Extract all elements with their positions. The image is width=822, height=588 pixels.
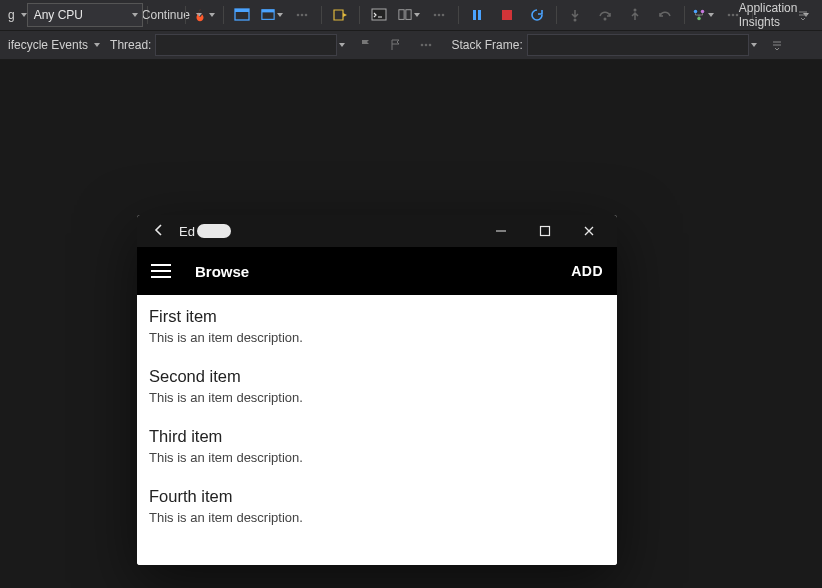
app-window: Ed Browse ADD First itemThis is an item … (137, 215, 617, 565)
svg-rect-3 (262, 10, 274, 13)
list-item-desc: This is an item description. (149, 330, 605, 345)
chevron-down-icon[interactable] (751, 43, 757, 47)
svg-point-5 (301, 14, 304, 17)
chevron-down-icon (209, 13, 215, 17)
svg-point-17 (603, 18, 606, 21)
thread-combo[interactable] (155, 34, 337, 56)
step-into-button[interactable] (561, 4, 589, 26)
flag-thread-button[interactable] (352, 34, 380, 56)
step-back-button[interactable] (651, 4, 679, 26)
add-button[interactable]: ADD (571, 263, 603, 279)
svg-point-22 (728, 14, 731, 17)
list-item[interactable]: Fourth itemThis is an item description. (137, 475, 617, 535)
list-item-title: First item (149, 307, 605, 326)
cmd-window-button[interactable] (365, 4, 393, 26)
overflow-icon (772, 38, 782, 52)
svg-rect-13 (473, 10, 476, 20)
flag-icon (359, 38, 373, 52)
maximize-button[interactable] (523, 215, 567, 247)
terminal-icon (371, 7, 387, 23)
chevron-down-icon (414, 13, 420, 17)
svg-rect-28 (541, 227, 550, 236)
svg-point-16 (573, 19, 576, 22)
pause-icon (470, 8, 484, 22)
step-over-button[interactable] (591, 4, 619, 26)
continue-button[interactable]: Continue (152, 4, 180, 26)
back-button[interactable] (143, 218, 175, 245)
stack-frame-combo[interactable] (527, 34, 749, 56)
chevron-down-icon (708, 13, 714, 17)
minimize-icon (495, 225, 507, 237)
step-over-icon (598, 8, 612, 22)
svg-point-12 (441, 14, 444, 17)
step-back-icon (658, 8, 672, 22)
maximize-icon (539, 225, 551, 237)
arrow-left-icon (151, 222, 167, 238)
list-item-title: Fourth item (149, 487, 605, 506)
svg-rect-8 (398, 10, 403, 20)
diagnostic-tools-button[interactable] (395, 4, 423, 26)
close-button[interactable] (567, 215, 611, 247)
list-item[interactable]: First itemThis is an item description. (137, 295, 617, 355)
toolbar-extra-d[interactable] (412, 34, 440, 56)
window-layout-button[interactable] (228, 4, 256, 26)
svg-point-4 (297, 14, 300, 17)
page-title: Browse (195, 263, 249, 280)
list-item-desc: This is an item description. (149, 510, 605, 525)
list-item[interactable]: Third itemThis is an item description. (137, 415, 617, 475)
application-insights-button[interactable]: Application Insights (757, 4, 787, 26)
flag-filter-button[interactable] (382, 34, 410, 56)
panels-icon (398, 7, 412, 23)
svg-point-18 (633, 9, 636, 12)
restart-button[interactable] (523, 4, 551, 26)
app-header: Browse ADD (137, 247, 617, 295)
platform-combo[interactable]: Any CPU (27, 3, 143, 27)
menu-button[interactable] (151, 261, 171, 281)
step-out-button[interactable] (621, 4, 649, 26)
main-toolbar: g Any CPU Continue (0, 0, 822, 31)
list-item-desc: This is an item description. (149, 390, 605, 405)
svg-point-11 (437, 14, 440, 17)
title-redaction (197, 224, 231, 238)
dots-icon (432, 8, 446, 22)
svg-point-19 (694, 10, 698, 14)
window-icon (261, 7, 275, 23)
svg-point-10 (433, 14, 436, 17)
svg-point-27 (429, 44, 432, 47)
close-icon (583, 225, 595, 237)
flag-outline-icon (389, 38, 403, 52)
list-item-desc: This is an item description. (149, 450, 605, 465)
list-item-title: Third item (149, 427, 605, 446)
toolbar-extra-a[interactable] (288, 4, 316, 26)
debug-location-toolbar: ifecycle Events Thread: Stack Frame: (0, 31, 822, 60)
list-item-title: Second item (149, 367, 605, 386)
minimize-button[interactable] (479, 215, 523, 247)
window-dropdown-button[interactable] (258, 4, 286, 26)
step-into-icon (568, 8, 582, 22)
flame-icon (193, 7, 207, 23)
overflow-button[interactable] (763, 34, 791, 56)
list-item[interactable]: Second itemThis is an item description. (137, 355, 617, 415)
svg-point-6 (305, 14, 308, 17)
continue-label: Continue (138, 8, 194, 22)
chevron-down-icon[interactable] (339, 43, 345, 47)
show-next-statement-button[interactable] (326, 4, 354, 26)
stack-frame-label: Stack Frame: (447, 38, 526, 52)
layout-icon (234, 7, 250, 23)
stop-button[interactable] (493, 4, 521, 26)
lifecycle-events-label: ifecycle Events (4, 38, 92, 52)
app-titlebar[interactable]: Ed (137, 215, 617, 247)
chevron-down-icon (132, 13, 138, 17)
dots-icon (419, 38, 433, 52)
svg-rect-9 (405, 10, 410, 20)
toolbar-extra-b[interactable] (425, 4, 453, 26)
overflow-button[interactable] (789, 4, 817, 26)
config-combo-fragment: g (4, 8, 19, 22)
live-visual-tree-button[interactable] (689, 4, 717, 26)
chevron-down-icon[interactable] (94, 43, 100, 47)
thread-label: Thread: (106, 38, 155, 52)
pause-button[interactable] (463, 4, 491, 26)
items-list[interactable]: First itemThis is an item description.Se… (137, 295, 617, 565)
hot-reload-button[interactable] (190, 4, 218, 26)
step-out-icon (628, 8, 642, 22)
